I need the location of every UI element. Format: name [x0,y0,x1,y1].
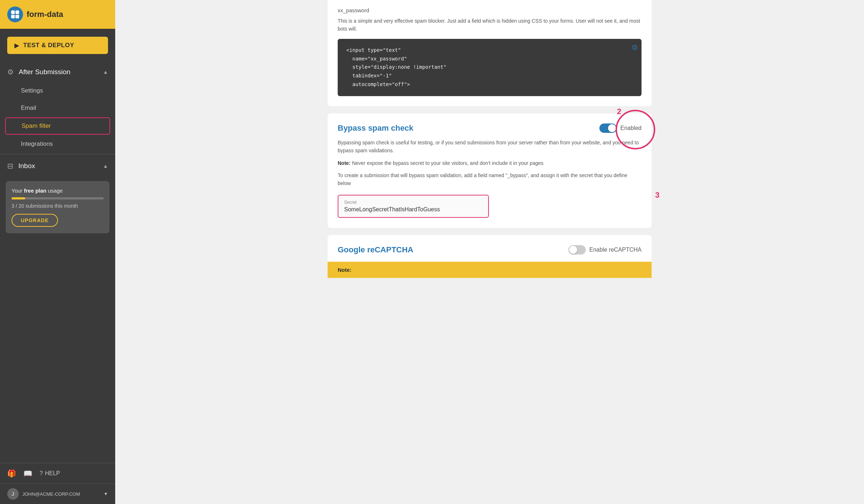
usage-count-text: 3 / 20 submissions this month [12,203,104,209]
usage-bar-background [12,197,104,199]
spam-filter-label: Spam filter [22,122,51,129]
bypass-toggle-switch[interactable] [599,123,617,133]
settings-label: Settings [21,87,43,94]
inbox-section-header[interactable]: ⊟ Inbox ▲ [0,156,115,176]
sidebar-item-settings[interactable]: Settings [0,82,115,99]
secret-field-wrapper: Secret SomeLongSecretThatIsHardToGuess 3 [338,195,642,218]
sidebar-item-integrations[interactable]: Integrations [0,135,115,153]
recaptcha-toggle-area: Enable reCAPTCHA [568,245,642,255]
bypass-note2: To create a submission that will bypass … [338,171,642,188]
code-block-wrapper: <input type="text" name="xx_password" st… [338,39,642,96]
secret-label: Secret [344,200,482,205]
sidebar-user[interactable]: J JOHN@ACME-CORP.COM ▼ [0,483,115,504]
help-label: HELP [45,470,60,477]
integrations-label: Integrations [21,140,53,147]
sidebar-footer: 🎁 📖 ? HELP [0,463,115,483]
bypass-note: Note: Never expose the bypass secret to … [338,159,642,167]
sidebar-item-spam-filter[interactable]: Spam filter 1 [5,117,110,135]
user-caret-icon: ▼ [104,491,108,496]
honeypot-code-block: <input type="text" name="xx_password" st… [338,39,642,96]
test-deploy-button[interactable]: ▶ TEST & DEPLOY [7,37,108,54]
recaptcha-toggle-switch[interactable] [568,245,586,255]
inbox-left: ⊟ Inbox [7,162,35,170]
bypass-note-text: Never expose the bypass secret to your s… [352,160,544,166]
inbox-icon: ⊟ [7,162,13,170]
after-submission-title: After Submission [19,68,71,76]
svg-rect-1 [15,10,19,14]
recaptcha-note-bar: Note: [328,262,652,278]
email-label: Email [21,104,36,111]
secret-value: SomeLongSecretThatIsHardToGuess [344,206,482,213]
docs-icon[interactable]: 📖 [23,469,32,478]
usage-suffix: usage [48,188,63,194]
inbox-title: Inbox [18,162,35,170]
user-initial: J [12,491,14,497]
honeypot-code-text: <input type="text" name="xx_password" st… [346,46,633,89]
copy-icon[interactable]: ⧉ [632,43,637,51]
inbox-chevron-up-icon: ▲ [103,163,108,169]
bypass-header: Bypass spam check 2 Enabled [338,123,642,133]
recaptcha-toggle-label: Enable reCAPTCHA [589,247,642,253]
divider-1 [0,154,115,154]
note-label: Note: [338,160,351,166]
recaptcha-toggle-knob [569,246,577,254]
sidebar-header: form-data [0,0,115,29]
help-question-icon: ? [40,470,43,477]
deploy-btn-label: TEST & DEPLOY [23,42,75,49]
main-content: xx_password This is a simple and very ef… [115,0,864,504]
recaptcha-title: Google reCAPTCHA [338,245,413,255]
help-section[interactable]: ? HELP [40,470,60,477]
honeypot-field-name: xx_password [338,7,642,13]
user-avatar: J [7,488,19,500]
after-submission-section: ⚙ After Submission ▲ Settings Email Spam… [0,62,115,153]
annotation-2-number: 2 [617,107,621,116]
content-inner: xx_password This is a simple and very ef… [317,0,662,292]
recaptcha-card: Google reCAPTCHA Enable reCAPTCHA Note: [328,235,652,278]
gift-icon[interactable]: 🎁 [7,469,16,478]
honeypot-card: xx_password This is a simple and very ef… [328,0,652,106]
settings-gear-icon: ⚙ [7,68,14,76]
recaptcha-header: Google reCAPTCHA Enable reCAPTCHA [338,245,642,255]
svg-rect-0 [11,10,15,14]
bypass-description: Bypassing spam check is useful for testi… [338,139,642,155]
app-logo-text: form-data [27,10,63,19]
sidebar: form-data ▶ TEST & DEPLOY ⚙ After Submis… [0,0,115,504]
honeypot-description: This is a simple and very effective spam… [338,17,642,33]
svg-rect-3 [15,15,19,18]
sidebar-item-email[interactable]: Email [0,99,115,117]
user-email: JOHN@ACME-CORP.COM [22,491,80,497]
usage-box: Your free plan usage 3 / 20 submissions … [6,181,109,233]
usage-plan-label: free plan [24,188,46,194]
bypass-spam-card: Bypass spam check 2 Enabled Bypassing sp… [328,113,652,228]
play-icon: ▶ [14,42,19,49]
recaptcha-note-text: Note: [338,267,351,273]
usage-title: Your free plan usage [12,188,104,194]
bypass-toggle-label: Enabled [620,125,642,131]
bypass-title: Bypass spam check [338,123,413,133]
upgrade-button[interactable]: UPGRADE [12,214,58,227]
svg-rect-2 [11,15,15,18]
usage-label-your: Your [12,188,22,194]
section-left: ⚙ After Submission [7,68,71,76]
logo-icon [7,6,23,22]
secret-box[interactable]: Secret SomeLongSecretThatIsHardToGuess [338,195,489,218]
toggle-knob [608,124,616,132]
chevron-up-icon: ▲ [103,69,108,75]
bypass-toggle-area: 2 Enabled [599,123,642,133]
usage-bar-fill [12,197,25,199]
after-submission-header[interactable]: ⚙ After Submission ▲ [0,62,115,82]
annotation-3-number: 3 [655,190,660,200]
